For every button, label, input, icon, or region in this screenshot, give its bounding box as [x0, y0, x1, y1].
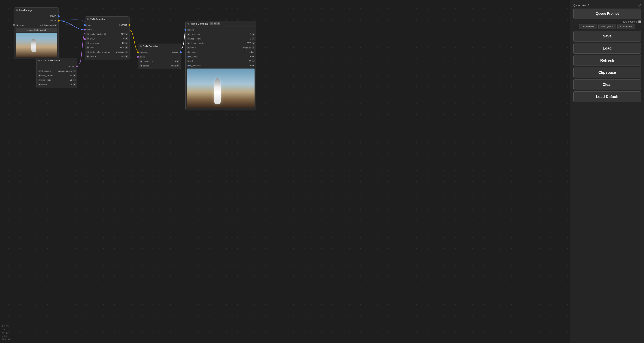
decoding-t-left[interactable]: ◀	[140, 60, 142, 62]
clear-button[interactable]: Clear	[574, 79, 641, 90]
device-svd-value: cuda	[68, 83, 72, 85]
queue-size-label: Queue size: 0	[574, 4, 590, 7]
device-svd-left[interactable]: ◀	[38, 83, 40, 86]
vc-crf-label: crf	[190, 60, 249, 62]
vc-filename-left[interactable]: ◀	[187, 42, 190, 44]
vc-images-port[interactable]	[184, 29, 186, 31]
canvas-area[interactable]: Load Image IMAGE MASK ◀ image test_image…	[0, 0, 570, 343]
motion-bucket-right[interactable]: ▶	[125, 33, 128, 35]
image-decoder-out: IMAGE	[172, 51, 178, 53]
vc-loop-left[interactable]: ◀	[187, 37, 190, 40]
mask-out-port[interactable]	[58, 20, 60, 21]
status-v: V: 28	[2, 335, 12, 338]
vc-save-image-toggle[interactable]	[188, 56, 190, 57]
device-svd-right[interactable]: ▶	[73, 83, 76, 86]
seed-label: seed	[90, 46, 120, 49]
model-out-port[interactable]	[76, 65, 78, 67]
svd-decoder-dot	[140, 45, 142, 47]
decoder-model-row: model	[138, 54, 180, 59]
queue-front-button[interactable]: Queue Front	[579, 24, 597, 29]
model-out-row: MODEL	[36, 64, 77, 69]
device-sampler-label: device	[90, 55, 120, 57]
motion-bucket-label: motion_bucket_id	[90, 33, 121, 35]
num-frames-left[interactable]: ◀	[38, 74, 40, 77]
num-frames-label: num_frames	[41, 74, 70, 76]
device-decoder-right[interactable]: ▶	[176, 64, 179, 67]
load-svd-content: MODEL ◀ checkpoint svd.safetensors ▶ ◀ n…	[36, 63, 77, 88]
checkpoint-right[interactable]: ▶	[73, 70, 76, 72]
load-button[interactable]: Load	[574, 43, 641, 54]
fps-id-left[interactable]: ◀	[86, 37, 89, 40]
vc-icon-1[interactable]: ⚙	[210, 22, 213, 25]
checkpoint-left[interactable]: ◀	[38, 70, 40, 72]
decoding-t-label: decoding_t	[143, 60, 174, 62]
image-in-port[interactable]	[13, 24, 15, 26]
vc-crf-left[interactable]: ◀	[187, 60, 190, 62]
device-sampler-right[interactable]: ▶	[125, 55, 128, 58]
vc-filename-right[interactable]: ▶	[252, 42, 254, 44]
device-sampler-left[interactable]: ◀	[86, 55, 89, 58]
seed-left[interactable]: ◀	[86, 46, 89, 49]
svd-sampler-model-row: model	[85, 27, 129, 32]
vc-format-right[interactable]: ▶	[252, 46, 254, 49]
decoder-image-out-port[interactable]	[180, 51, 182, 53]
vc-images-label: images	[187, 29, 254, 31]
vc-crf-value: 20	[249, 60, 251, 62]
latent-out-port[interactable]	[128, 24, 130, 26]
vc-frame-rate-right[interactable]: ▶	[252, 33, 254, 35]
clipspace-button[interactable]: Clipspace	[574, 67, 641, 78]
view-queue-button[interactable]: View Queue	[598, 24, 616, 29]
image-out-port[interactable]	[58, 15, 60, 17]
cond-aug-right[interactable]: ▶	[125, 42, 128, 44]
control-after-value: randomize	[115, 51, 124, 53]
save-button[interactable]: Save	[574, 31, 641, 41]
decoding-t-row: ◀ decoding_t 14 ▶	[138, 59, 180, 63]
upload-button[interactable]: choose file to upload	[16, 28, 57, 32]
num-steps-right[interactable]: ▶	[73, 79, 76, 81]
queue-prompt-button[interactable]: Queue Prompt	[574, 8, 641, 19]
extra-options-checkbox[interactable]	[638, 20, 641, 23]
motion-bucket-left[interactable]: ◀	[86, 33, 89, 35]
rocket-preview-small	[16, 32, 57, 57]
status-bar: T: 0.00s I: 0 N: 5 [5] V: 28 FPS:29.67	[2, 325, 12, 341]
svd-sampler-image-port[interactable]	[84, 24, 86, 26]
vc-icon-3[interactable]: ☰	[217, 22, 220, 25]
view-history-button[interactable]: View History	[617, 24, 635, 29]
svd-sampler-image-label: image	[86, 24, 120, 26]
refresh-button[interactable]: Refresh	[574, 55, 641, 66]
vc-crf-right[interactable]: ▶	[252, 60, 254, 62]
num-steps-left[interactable]: ◀	[38, 79, 40, 81]
vc-format-left[interactable]: ◀	[187, 46, 190, 49]
decoding-t-right[interactable]: ▶	[176, 60, 179, 62]
vc-loop-label: loop_count	[190, 38, 250, 40]
seed-row: ◀ seed 1828 ▶	[85, 45, 129, 50]
control-after-right[interactable]: ▶	[125, 51, 128, 53]
device-sampler-value: cuda	[120, 55, 124, 57]
num-frames-right[interactable]: ▶	[73, 74, 76, 77]
vc-save-metadata-toggle[interactable]	[188, 65, 190, 66]
vc-loop-right[interactable]: ▶	[252, 37, 254, 40]
sampler-extra-port[interactable]	[84, 38, 86, 40]
samples-z-port[interactable]	[137, 51, 139, 53]
seed-right[interactable]: ▶	[125, 46, 128, 49]
image-out-row: IMAGE	[14, 14, 58, 18]
image-preview	[16, 32, 57, 57]
vc-frame-rate-left[interactable]: ◀	[187, 33, 190, 35]
load-default-button[interactable]: Load Default	[574, 91, 641, 102]
vc-icon-2[interactable]: ◐	[214, 22, 216, 25]
image-arrow-right[interactable]: ▶	[54, 24, 57, 26]
device-decoder-left[interactable]: ◀	[140, 64, 142, 67]
fps-id-right[interactable]: ▶	[125, 37, 128, 40]
svd-sampler-model-port[interactable]	[84, 29, 86, 30]
image-arrow-left[interactable]: ◀	[16, 24, 18, 26]
cond-aug-left[interactable]: ◀	[86, 42, 89, 44]
motion-bucket-value: 127	[121, 33, 124, 35]
control-after-left[interactable]: ◀	[86, 51, 89, 53]
vc-loop-count-row: ◀ loop_count 0 ▶	[186, 36, 256, 41]
load-image-title: Load Image	[19, 9, 32, 11]
node-status-dot	[16, 9, 18, 11]
vc-filename-label: filename_prefix	[190, 42, 247, 44]
vc-frame-rate-label: frame_rate	[190, 33, 250, 35]
rocket-preview-large	[187, 68, 254, 108]
decoder-model-port[interactable]	[137, 56, 139, 58]
